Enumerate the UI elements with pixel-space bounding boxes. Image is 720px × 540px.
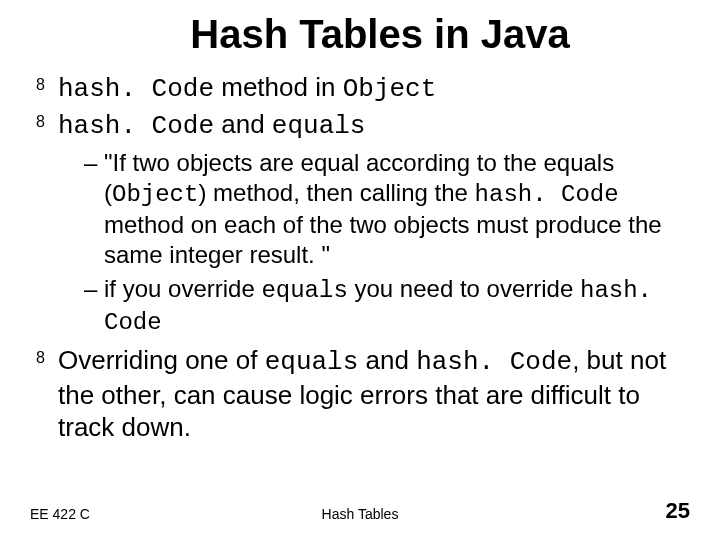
- sub-list: – "If two objects are equal according to…: [58, 148, 690, 338]
- slide-title: Hash Tables in Java: [70, 12, 690, 57]
- body-text: and: [214, 109, 272, 139]
- bullet-icon: 8: [36, 77, 45, 93]
- bullet-3: 8 Overriding one of equals and hash. Cod…: [36, 344, 690, 444]
- footer-center: Hash Tables: [322, 506, 399, 522]
- body-text: if you override: [104, 275, 261, 302]
- slide: Hash Tables in Java 8 hash. Code method …: [0, 0, 720, 540]
- code-text: equals: [272, 111, 366, 141]
- body-text: method in: [214, 72, 343, 102]
- body-text: method on each of the two objects must p…: [104, 211, 662, 268]
- bullet-icon: 8: [36, 114, 45, 130]
- code-text: Object: [343, 74, 437, 104]
- code-text: hash. Code: [58, 74, 214, 104]
- bullet-2: 8 hash. Code and equals – "If two object…: [36, 108, 690, 339]
- dash-icon: –: [84, 274, 97, 304]
- code-text: hash. Code: [416, 347, 572, 377]
- footer: EE 422 C Hash Tables 25: [30, 498, 690, 522]
- code-text: equals: [265, 347, 359, 377]
- page-number: 25: [666, 498, 690, 524]
- sub-bullet-2: – if you override equals you need to ove…: [84, 274, 690, 338]
- footer-left: EE 422 C: [30, 506, 90, 522]
- body-text: ) method, then calling the: [198, 179, 474, 206]
- dash-icon: –: [84, 148, 97, 178]
- bullet-list: 8 hash. Code method in Object 8 hash. Co…: [30, 71, 690, 444]
- bullet-1: 8 hash. Code method in Object: [36, 71, 690, 106]
- code-text: equals: [261, 277, 347, 304]
- sub-bullet-1: – "If two objects are equal according to…: [84, 148, 690, 270]
- code-text: hash. Code: [475, 181, 619, 208]
- body-text: Overriding one of: [58, 345, 265, 375]
- body-text: you need to override: [348, 275, 580, 302]
- body-text: and: [358, 345, 416, 375]
- code-text: Object: [112, 181, 198, 208]
- code-text: hash. Code: [58, 111, 214, 141]
- bullet-icon: 8: [36, 350, 45, 366]
